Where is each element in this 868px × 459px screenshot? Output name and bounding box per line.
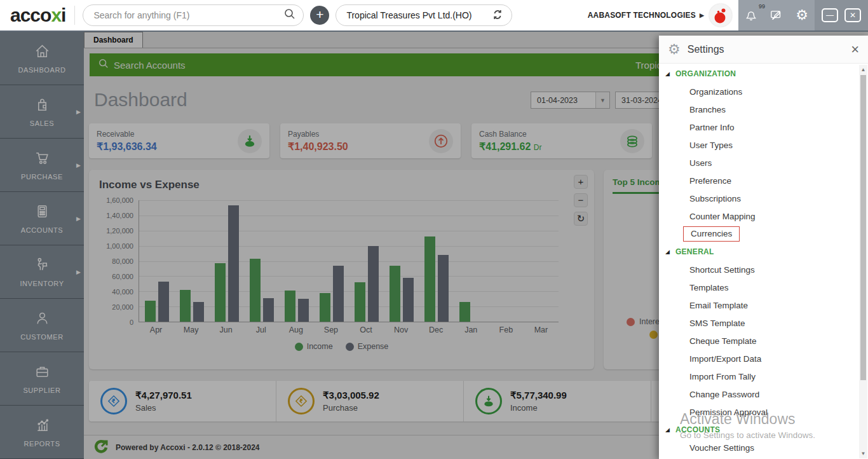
settings-item-import-from-tally[interactable]: Import From Tally <box>659 367 859 385</box>
tab-dashboard[interactable]: Dashboard <box>84 32 143 48</box>
close-button[interactable]: ✕ <box>844 8 861 22</box>
scroll-down-icon[interactable]: ▼ <box>859 451 867 456</box>
x-tick-label: Dec <box>419 325 454 334</box>
settings-item-templates[interactable]: Templates <box>659 278 859 296</box>
settings-item-voucher-settings[interactable]: Voucher Settings <box>659 439 859 456</box>
zoom-in-button[interactable]: + <box>574 175 588 189</box>
close-settings-icon[interactable]: × <box>851 43 859 57</box>
expense-bar-oct[interactable] <box>368 246 379 322</box>
date-from-picker[interactable]: 01-04-2023 ▼ <box>531 92 610 109</box>
settings-item-currencies[interactable]: Currencies <box>659 225 859 243</box>
sidebar-item-customer[interactable]: CUSTOMER <box>0 299 84 352</box>
income-bar-nov[interactable] <box>390 266 400 322</box>
settings-item-cheque-template[interactable]: Cheque Template <box>659 332 859 350</box>
settings-item-import-export-data[interactable]: Import/Export Data <box>659 350 859 367</box>
sidebar-item-accounts[interactable]: ACCOUNTS▶ <box>0 192 84 245</box>
sales-label: Sales <box>135 403 192 413</box>
expense-bar-dec[interactable] <box>438 255 449 322</box>
logo-text-x: x <box>51 6 61 25</box>
notifications-bell-icon[interactable]: 99 <box>742 6 760 24</box>
settings-section-accounts[interactable]: ◢ACCOUNTS <box>659 421 859 439</box>
income-bar-jan[interactable] <box>459 302 470 322</box>
income-bar-jul[interactable] <box>250 259 261 322</box>
income-bar-apr[interactable] <box>145 301 156 322</box>
zoom-out-button[interactable]: − <box>574 193 588 207</box>
expense-bar-jun[interactable] <box>228 205 239 322</box>
accoxi-logo: accoxi <box>0 6 74 25</box>
add-new-button[interactable]: + <box>310 6 329 25</box>
scrollbar-thumb[interactable] <box>860 75 866 380</box>
minimize-button[interactable]: — <box>822 8 838 22</box>
refresh-chart-button[interactable]: ↻ <box>574 212 588 226</box>
global-search-input[interactable] <box>93 10 284 20</box>
settings-title: Settings <box>688 44 724 55</box>
coin-stack-icon <box>620 129 644 153</box>
search-accounts-placeholder[interactable]: Search Accounts <box>114 60 186 71</box>
chart-title: Income vs Expense <box>99 179 584 191</box>
search-icon[interactable] <box>98 58 109 71</box>
logo-text-right: i <box>61 6 65 25</box>
company-selector[interactable]: Tropical Treasures Pvt Ltd.(HO) <box>336 4 512 26</box>
search-icon[interactable] <box>284 8 295 22</box>
expense-bar-sep[interactable] <box>333 266 344 322</box>
income-bar-aug[interactable] <box>285 291 295 322</box>
supplier-briefcase-icon <box>34 363 51 383</box>
settings-item-organizations[interactable]: Organizations <box>659 83 859 100</box>
y-tick-label: 40,000 <box>112 288 133 296</box>
expense-bar-may[interactable] <box>193 302 204 322</box>
accounts-calculator-icon <box>34 203 51 223</box>
avatar[interactable] <box>709 4 732 27</box>
expense-bar-apr[interactable] <box>158 282 169 322</box>
sidebar-item-sales[interactable]: SALES▶ <box>0 85 84 139</box>
arrow-up-circle-icon <box>429 129 453 153</box>
income-bar-oct[interactable] <box>355 282 365 322</box>
sidebar-item-reports[interactable]: REPORTS <box>0 406 84 459</box>
payables-card[interactable]: Payables ₹1,40,923.50 <box>280 123 461 158</box>
user-menu[interactable]: AABASOFT TECHNOLOGIES ▶ <box>588 11 709 20</box>
settings-scrollbar[interactable]: ▲ ▼ <box>859 65 867 458</box>
settings-item-preference[interactable]: Preference <box>659 172 859 189</box>
settings-gear-icon[interactable]: ⚙ <box>793 6 811 24</box>
expense-bar-jul[interactable] <box>263 298 274 322</box>
settings-item-email-template[interactable]: Email Template <box>659 296 859 314</box>
settings-item-user-types[interactable]: User Types <box>659 136 859 154</box>
feedback-message-icon[interactable] <box>768 6 785 24</box>
settings-item-branches[interactable]: Branches <box>659 100 859 118</box>
settings-item-permission-approval[interactable]: Permission Approval <box>659 403 859 421</box>
sidebar-item-inventory[interactable]: INVENTORY▶ <box>0 245 84 299</box>
income-bar-jun[interactable] <box>215 263 226 322</box>
income-value: ₹5,77,340.99 <box>510 390 567 401</box>
settings-item-counter-mapping[interactable]: Counter Mapping <box>659 207 859 225</box>
settings-item-subscriptions[interactable]: Subscriptions <box>659 189 859 207</box>
submenu-arrow-icon: ▶ <box>76 216 81 222</box>
purchase-label: Purchase <box>323 403 379 413</box>
settings-item-shortcut-settings[interactable]: Shortcut Settings <box>659 261 859 278</box>
chart-controls: + − ↻ <box>574 175 588 226</box>
cash-balance-card[interactable]: Cash Balance ₹41,291.62 Dr <box>471 123 652 158</box>
legend-expense: Expense <box>346 342 389 351</box>
sidebar-item-purchase[interactable]: PURCHASE▶ <box>0 139 84 192</box>
sidebar-item-dashboard[interactable]: DASHBOARD <box>0 32 84 85</box>
dr-suffix: Dr <box>534 143 542 152</box>
receivable-card[interactable]: Receivable ₹1,93,636.34 <box>89 123 269 158</box>
divider <box>74 6 75 25</box>
settings-item-sms-template[interactable]: SMS Template <box>659 314 859 332</box>
sidebar-item-supplier[interactable]: SUPPLIER <box>0 352 84 406</box>
settings-item-users[interactable]: Users <box>659 154 859 172</box>
chevron-down-icon[interactable]: ▼ <box>595 92 609 108</box>
y-tick-label: 60,000 <box>112 273 133 280</box>
settings-item-change-password[interactable]: Change Password <box>659 385 859 403</box>
scroll-up-icon[interactable]: ▲ <box>859 67 867 72</box>
income-bar-sep[interactable] <box>320 293 330 322</box>
income-bar-may[interactable] <box>180 290 191 322</box>
x-tick-label: May <box>173 325 208 334</box>
settings-section-organization[interactable]: ◢ORGANIZATION <box>659 65 859 83</box>
income-bar-dec[interactable] <box>424 236 435 322</box>
switch-company-icon[interactable] <box>491 8 504 23</box>
expense-bar-aug[interactable] <box>298 299 309 322</box>
x-tick-label: Oct <box>348 325 383 334</box>
expense-bar-nov[interactable] <box>403 278 414 322</box>
x-tick-label: Feb <box>489 325 524 334</box>
settings-item-partner-info[interactable]: Partner Info <box>659 118 859 136</box>
settings-section-general[interactable]: ◢GENERAL <box>659 243 859 261</box>
